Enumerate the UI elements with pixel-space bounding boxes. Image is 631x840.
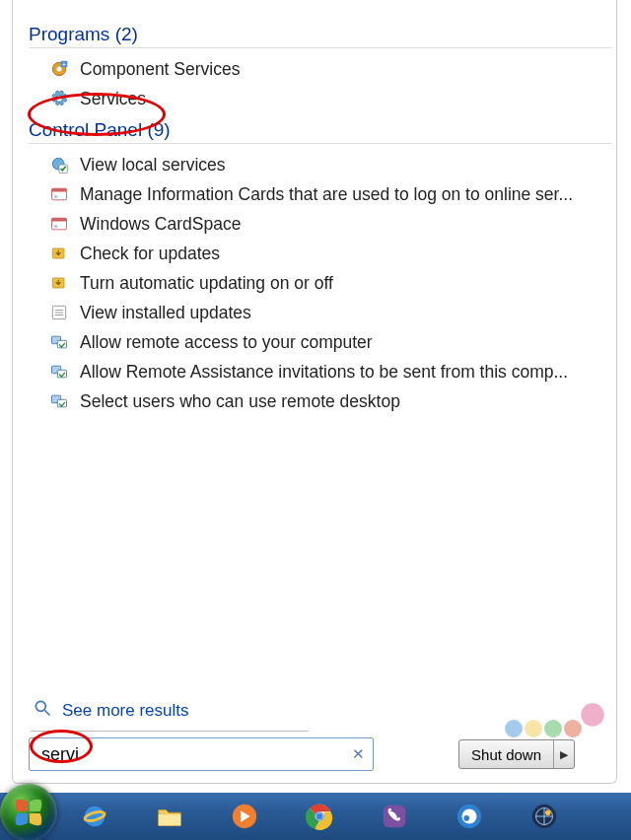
gear-plus-icon: + — [48, 58, 70, 80]
svg-rect-10 — [52, 218, 67, 221]
result-label: Windows CardSpace — [80, 214, 241, 235]
result-label: Select users who can use remote desktop — [80, 391, 400, 412]
file-explorer-icon[interactable] — [133, 796, 206, 837]
bottom-row: ✕ Shut down ▶ — [29, 734, 612, 777]
result-view-local-services[interactable]: View local services — [29, 150, 612, 179]
result-label: Services — [80, 89, 146, 109]
remote-icon — [48, 331, 70, 353]
chrome-icon[interactable] — [283, 796, 356, 837]
update-icon — [48, 272, 70, 294]
result-services[interactable]: Services — [29, 84, 612, 113]
result-installed-updates[interactable]: View installed updates — [29, 298, 612, 327]
app-icon[interactable] — [508, 796, 581, 837]
programs-list: + Component Services Services — [29, 54, 612, 113]
result-windows-cardspace[interactable]: Windows CardSpace — [29, 209, 612, 239]
list-icon — [48, 302, 70, 323]
result-label: Component Services — [80, 59, 240, 80]
control-panel-list: View local services Manage Information C… — [29, 150, 612, 416]
svg-point-33 — [316, 813, 323, 820]
remote-icon — [48, 361, 70, 383]
shutdown-button-group: Shut down ▶ — [458, 739, 575, 769]
media-player-icon[interactable] — [208, 796, 281, 837]
svg-point-37 — [463, 815, 469, 821]
result-manage-info-cards[interactable]: Manage Information Cards that are used t… — [29, 179, 612, 209]
svg-point-1 — [57, 67, 62, 72]
result-check-updates[interactable]: Check for updates — [29, 239, 612, 268]
see-more-label: See more results — [62, 701, 189, 721]
start-button[interactable] — [0, 784, 57, 840]
svg-point-40 — [545, 809, 551, 815]
section-header-control-panel: Control Panel (9) — [29, 119, 612, 144]
viber-icon[interactable] — [358, 796, 431, 837]
internet-explorer-icon[interactable] — [58, 796, 131, 837]
update-icon — [48, 243, 70, 264]
result-label: View installed updates — [80, 303, 251, 323]
result-label: View local services — [80, 155, 226, 175]
remote-icon — [48, 390, 70, 412]
result-label: Check for updates — [80, 244, 220, 264]
search-box[interactable]: ✕ — [29, 737, 374, 771]
search-icon — [33, 698, 52, 723]
shutdown-options-arrow[interactable]: ▶ — [554, 740, 574, 768]
gear-check-icon — [48, 154, 70, 175]
svg-line-25 — [45, 711, 50, 716]
result-label: Allow Remote Assistance invitations to b… — [80, 362, 568, 383]
result-label: Manage Information Cards that are used t… — [80, 184, 573, 205]
search-results: Programs (2) + Component Services Servic… — [29, 18, 612, 690]
taskbar — [0, 793, 631, 840]
result-label: Turn automatic updating on or off — [80, 273, 333, 294]
clear-search-button[interactable]: ✕ — [352, 745, 365, 763]
weibo-icon[interactable] — [433, 796, 506, 837]
svg-text:+: + — [62, 61, 66, 68]
result-remote-assistance[interactable]: Allow Remote Assistance invitations to b… — [29, 357, 612, 386]
search-input[interactable] — [41, 744, 345, 765]
background-decoration — [505, 720, 601, 737]
result-auto-update[interactable]: Turn automatic updating on or off — [29, 268, 612, 298]
shutdown-button[interactable]: Shut down — [459, 740, 554, 768]
svg-point-11 — [54, 225, 57, 228]
card-icon — [48, 183, 70, 205]
svg-point-36 — [462, 809, 477, 824]
result-remote-access[interactable]: Allow remote access to your computer — [29, 327, 612, 357]
card-icon — [48, 213, 70, 235]
svg-point-24 — [35, 701, 45, 711]
gear-icon — [48, 88, 70, 109]
start-menu-panel: Programs (2) + Component Services Servic… — [12, 0, 617, 784]
svg-point-8 — [54, 195, 57, 198]
svg-rect-7 — [52, 188, 67, 191]
result-remote-desktop-users[interactable]: Select users who can use remote desktop — [29, 386, 612, 416]
result-label: Allow remote access to your computer — [80, 332, 373, 353]
svg-rect-28 — [159, 814, 181, 825]
section-header-programs: Programs (2) — [29, 24, 612, 48]
result-component-services[interactable]: + Component Services — [29, 54, 612, 84]
